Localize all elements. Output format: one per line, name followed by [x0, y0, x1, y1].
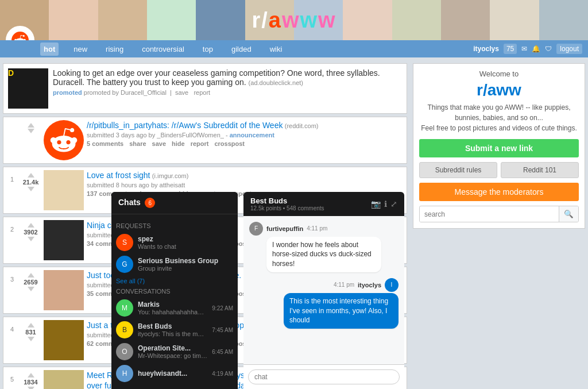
conv-expand-icon[interactable]: ⤢: [390, 199, 397, 209]
downvote-2[interactable]: [28, 237, 34, 241]
operation-avatar: O: [116, 343, 133, 360]
ad-promoted: promoted: [53, 89, 82, 96]
banner-w2: w: [300, 8, 318, 32]
conv-stats: 12.5k points • 548 comments: [250, 205, 324, 211]
chat-badge: 6: [145, 198, 155, 208]
announcement-author[interactable]: _BindersFullOfWomen_: [157, 132, 224, 138]
chat-request-spez[interactable]: S spez Wants to chat: [116, 232, 233, 253]
conv-msg-meta-1: F furtivepuffin 4:11 pm: [249, 222, 399, 236]
ad-save[interactable]: save: [175, 89, 188, 96]
search-input[interactable]: [420, 207, 559, 222]
chat-request-group[interactable]: G Serious Business Group Group invite: [116, 253, 233, 275]
submit-link-button[interactable]: Submit a new link: [419, 139, 579, 157]
upvote-4[interactable]: [28, 323, 34, 328]
upvote-5[interactable]: [28, 373, 34, 378]
nav-hot[interactable]: hot: [40, 43, 59, 56]
banner-img-5: [196, 0, 245, 40]
upvote-3[interactable]: [28, 273, 34, 278]
post-rank-4: 4: [6, 320, 18, 360]
ad-report[interactable]: report: [194, 89, 210, 96]
ad-content: Looking to get an edge over your ceasele…: [53, 68, 402, 109]
post-title-1[interactable]: Love at frost sight: [87, 171, 150, 180]
banner-r-slash: r/: [252, 8, 268, 32]
bestbuds-time: 7:45 AM: [212, 327, 233, 333]
ann-hide[interactable]: hide: [172, 140, 185, 147]
ann-save[interactable]: save: [152, 140, 166, 147]
nav-top[interactable]: top: [199, 43, 216, 56]
ann-share[interactable]: share: [129, 140, 146, 147]
search-button[interactable]: 🔍: [559, 206, 578, 222]
downvote-3[interactable]: [28, 287, 34, 291]
chat-panel: Chats 6 Requests S spez Wants to chat G …: [111, 192, 238, 390]
group-name: Serious Business Group: [138, 257, 233, 265]
subreddit-rules-button[interactable]: Subreddit rules: [419, 162, 497, 178]
announcement-thumbnail: [44, 120, 84, 160]
chat-conv-huey[interactable]: H hueylwisandt... 4:19 AM: [116, 363, 233, 384]
ad-author[interactable]: Duracell_Official: [121, 89, 167, 96]
chat-conv-markis[interactable]: M Markis You: hahahahahahhahah 9:22 AM: [116, 297, 233, 319]
post-rank-1: 1: [6, 170, 18, 210]
conv-info-icon[interactable]: ℹ: [384, 199, 387, 209]
bestbuds-avatar: B: [116, 321, 133, 338]
chat-overlay: Chats 6 Requests S spez Wants to chat G …: [111, 192, 404, 390]
conv-msg-1: F furtivepuffin 4:11 pm I wonder how he …: [249, 222, 399, 272]
ann-comments[interactable]: 5 comments: [87, 140, 123, 147]
announcement-content: /r/pitbulls_in_partyhats: /r/Aww's Subre…: [87, 120, 404, 160]
huey-avatar: H: [116, 365, 133, 382]
vote-section-4: 831: [21, 320, 41, 360]
downvote-arrow[interactable]: [28, 129, 34, 133]
message-mods-button[interactable]: Message the moderators: [419, 183, 579, 201]
nav-gilded[interactable]: gilded: [228, 43, 255, 56]
operation-time: 6:45 AM: [212, 349, 233, 355]
bestbuds-name: Best Buds: [138, 322, 207, 330]
operation-info: Operation Site... Mr-Whitespace: go time…: [138, 344, 207, 359]
nav-controversial[interactable]: controversial: [138, 43, 188, 56]
announcement-title[interactable]: /r/pitbulls_in_partyhats: /r/Aww's Subre…: [87, 121, 283, 130]
mail-icon: ✉: [521, 45, 527, 53]
banner-img-10: [441, 0, 490, 40]
announcement-rank: [6, 120, 18, 160]
huey-info: hueylwisandt...: [138, 369, 207, 378]
self-avatar: I: [385, 278, 399, 292]
furtive-name: furtivepuffin: [266, 225, 303, 232]
conv-points: 12.5k points: [250, 205, 281, 211]
upvote-arrow[interactable]: [28, 123, 34, 128]
announcement-submitted: submitted 3 days ago by: [87, 132, 155, 138]
ad-title: Looking to get an edge over your ceasele…: [53, 68, 402, 87]
ann-crosspost[interactable]: crosspost: [214, 140, 245, 147]
announcement-actions: 5 comments share save hide report crossp…: [87, 140, 404, 147]
group-preview: Group invite: [138, 265, 233, 272]
downvote-5[interactable]: [28, 387, 34, 389]
bestbuds-info: Best Buds ityoclys: This is the most l..…: [138, 322, 207, 337]
chat-body: Requests S spez Wants to chat G Serious …: [111, 214, 238, 389]
reddit-icon: [44, 120, 84, 160]
downvote-4[interactable]: [28, 337, 34, 341]
thumb-5: [44, 370, 84, 389]
conv-input[interactable]: [248, 369, 400, 384]
nav-wiki[interactable]: wiki: [266, 43, 286, 56]
chat-conv-operation[interactable]: O Operation Site... Mr-Whitespace: go ti…: [116, 341, 233, 363]
vote-count-5: 1834: [24, 379, 37, 386]
upvote-2[interactable]: [28, 223, 34, 228]
reddit101-button[interactable]: Reddit 101: [501, 162, 579, 178]
chat-conv-bestbuds[interactable]: B Best Buds ityoclys: This is the most l…: [116, 319, 233, 341]
upvote-1[interactable]: [28, 173, 34, 178]
see-all-link[interactable]: See all (7): [116, 278, 233, 284]
vote-section-3: 2659: [21, 270, 41, 310]
downvote-1[interactable]: [28, 187, 34, 191]
thumb-2: [44, 220, 84, 260]
ann-report[interactable]: report: [191, 140, 209, 147]
banner-a: a: [269, 8, 282, 32]
banner-w3: w: [318, 8, 336, 32]
thumb-4: [44, 320, 84, 360]
markis-time: 9:22 AM: [212, 305, 233, 311]
shield-icon: 🛡: [545, 45, 552, 53]
nav-new[interactable]: new: [70, 43, 91, 56]
post-author-1[interactable]: attheisatt: [160, 182, 185, 188]
logout-button[interactable]: logout: [556, 44, 582, 54]
conv-header: Best Buds 12.5k points • 548 comments 📷 …: [243, 192, 404, 216]
conv-camera-icon[interactable]: 📷: [371, 199, 381, 209]
markis-name: Markis: [138, 301, 207, 309]
thumb-1: [44, 170, 84, 210]
nav-rising[interactable]: rising: [102, 43, 127, 56]
